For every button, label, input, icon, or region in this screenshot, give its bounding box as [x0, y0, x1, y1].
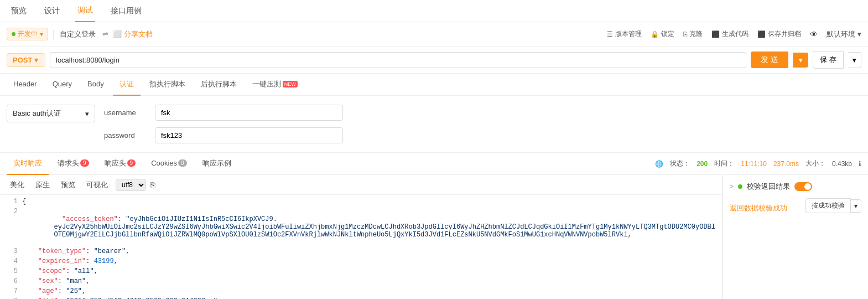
success-check-btn[interactable]: 按成功校验 ▾ [805, 198, 861, 213]
tab-query[interactable]: Query [46, 74, 79, 96]
duration-value: 237.0ms [773, 160, 799, 168]
code-line-2: 2 "access_token": "eyJhbGciOiJIUzI1NiIsI… [0, 207, 722, 247]
nav-preview[interactable]: 预览 [9, 0, 29, 22]
code-line-1: 1 { [0, 197, 722, 207]
tab-header[interactable]: Header [7, 74, 44, 96]
sync-icon[interactable]: ⇌ [102, 30, 108, 38]
code-line-5: 5 "scope": "all", [0, 267, 722, 277]
env-status-dot [12, 32, 15, 36]
share-label: 分享文档 [124, 29, 153, 39]
code-viewer: 1 { 2 "access_token": "eyJhbGciOiJIUzI1N… [0, 195, 722, 299]
clone-icon: ⎘ [683, 30, 687, 38]
raw-btn[interactable]: 原生 [32, 179, 53, 191]
version-mgmt[interactable]: ☰ 版本管理 [607, 29, 642, 39]
verify-actions: 返回数据校验成功 按成功校验 ▾ [730, 198, 861, 213]
clone-action[interactable]: ⎘ 克隆 [683, 29, 703, 39]
username-label: username [104, 109, 148, 117]
tab-auth[interactable]: 认证 [113, 74, 141, 96]
code-line-3: 3 "token_type": "bearer", [0, 247, 722, 257]
method-label: POST [13, 56, 32, 64]
share-button[interactable]: ⬜ 分享文档 [113, 29, 153, 39]
beautify-btn[interactable]: 美化 [7, 179, 28, 191]
eye-icon[interactable]: 👁 [810, 30, 818, 39]
env-caret-icon: ▾ [857, 30, 861, 38]
send-button[interactable]: 发 送 [751, 51, 788, 68]
default-env-select[interactable]: 默认环境 ▾ [827, 29, 861, 39]
preview-btn[interactable]: 预览 [58, 179, 79, 191]
archive-icon: ⬛ [757, 30, 766, 38]
share-icon: ⬜ [113, 30, 122, 38]
url-bar: POST ▾ 发 送 ▾ 保 存 ▾ [0, 47, 868, 74]
info-icon[interactable]: ℹ [859, 160, 861, 168]
save-archive-action[interactable]: ⬛ 保存并归档 [757, 29, 801, 39]
password-label: password [104, 131, 148, 140]
lock-action[interactable]: 🔒 锁定 [651, 29, 674, 39]
visual-btn[interactable]: 可视化 [83, 179, 111, 191]
encoding-select[interactable]: utf8 gbk [116, 179, 146, 191]
response-status-bar: 🌐 状态： 200 时间： 11:11:10 237.0ms 大小： 0.43k… [655, 159, 861, 168]
status-value: 200 [697, 160, 708, 168]
auth-type-label: Basic auth认证 [13, 109, 61, 118]
toolbar: 开发中 ▾ | 自定义登录 ⇌ ⬜ 分享文档 ☰ 版本管理 🔒 锁定 ⎘ 克隆 … [0, 22, 868, 47]
code-icon: ⬛ [711, 30, 720, 38]
code-area: 美化 原生 预览 可视化 utf8 gbk ⎘ 1 { 2 "access_to… [0, 175, 868, 299]
method-caret: ▾ [34, 56, 38, 64]
res-header-count: 9 [127, 159, 136, 167]
tab-res-headers[interactable]: 响应头9 [98, 153, 143, 175]
env-label: 开发中 [18, 29, 38, 39]
toolbar-sep1: | [53, 28, 55, 40]
request-tabs: Header Query Body 认证 预执行脚本 后执行脚本 一键压测 NE… [0, 74, 868, 96]
auth-label: 自定义登录 [60, 29, 96, 39]
globe-icon: 🌐 [655, 160, 663, 168]
tab-body[interactable]: Body [81, 74, 111, 96]
default-env-label: 默认环境 [827, 29, 855, 39]
time-value: 11:11:10 [741, 160, 767, 168]
format-bar: 美化 原生 预览 可视化 utf8 gbk ⎘ [0, 175, 722, 195]
code-line-6: 6 "sex": "man", [0, 277, 722, 287]
verify-panel: > 校验返回结果 返回数据校验成功 按成功校验 ▾ [723, 175, 868, 299]
auth-password-row: password [104, 127, 861, 143]
auth-username-row: username [104, 105, 861, 121]
nav-debug[interactable]: 调试 [75, 0, 95, 22]
verify-label: 校验返回结果 [747, 182, 790, 192]
time-label: 时间： [714, 159, 734, 168]
env-selector[interactable]: 开发中 ▾ [7, 28, 48, 40]
tab-cookies[interactable]: Cookies0 [144, 153, 194, 175]
password-input[interactable] [155, 127, 343, 143]
nav-design[interactable]: 设计 [42, 0, 62, 22]
cookie-count: 0 [178, 159, 187, 167]
send-dropdown-button[interactable]: ▾ [793, 53, 808, 68]
auth-type-caret: ▾ [85, 110, 89, 118]
status-label: 状态： [670, 159, 690, 168]
verify-success-text[interactable]: 返回数据校验成功 [730, 203, 787, 213]
top-nav: 预览 设计 调试 接口用例 [0, 0, 868, 22]
list-icon: ☰ [607, 30, 613, 38]
verify-toggle[interactable] [794, 182, 812, 191]
method-select[interactable]: POST ▾ [7, 53, 45, 67]
auth-type-select[interactable]: Basic auth认证 ▾ [7, 105, 95, 122]
tab-realtime[interactable]: 实时响应 [7, 153, 49, 175]
expand-icon[interactable]: > [730, 183, 734, 190]
new-badge: NEW [283, 81, 298, 87]
success-check-label: 按成功校验 [805, 198, 851, 213]
lock-icon: 🔒 [651, 30, 659, 38]
gen-code-action[interactable]: ⬛ 生成代码 [711, 29, 749, 39]
tab-res-example[interactable]: 响应示例 [196, 153, 238, 175]
save-dropdown-button[interactable]: ▾ [848, 52, 861, 68]
url-input[interactable] [50, 52, 746, 68]
env-dropdown-icon: ▾ [40, 30, 43, 38]
tab-pre-script[interactable]: 预执行脚本 [143, 74, 192, 96]
username-input[interactable] [155, 105, 343, 121]
code-line-8: 8 "jti": "531fa853-d5f2-4718-8560-280e91… [0, 297, 722, 299]
toolbar-right: ☰ 版本管理 🔒 锁定 ⎘ 克隆 ⬛ 生成代码 ⬛ 保存并归档 👁 默认环境 ▾ [607, 29, 861, 39]
copy-icon[interactable]: ⎘ [150, 181, 155, 189]
response-tabs: 实时响应 请求头9 响应头9 Cookies0 响应示例 🌐 状态： 200 时… [0, 153, 868, 175]
tab-post-script[interactable]: 后执行脚本 [194, 74, 243, 96]
tab-req-headers[interactable]: 请求头9 [51, 153, 96, 175]
save-button[interactable]: 保 存 [813, 51, 844, 69]
tab-load-test[interactable]: 一键压测 NEW [246, 74, 304, 96]
auth-section: Basic auth认证 ▾ username password [0, 96, 868, 153]
nav-api-example[interactable]: 接口用例 [108, 0, 144, 22]
size-value: 0.43kb [832, 160, 852, 168]
success-check-caret: ▾ [851, 199, 861, 213]
